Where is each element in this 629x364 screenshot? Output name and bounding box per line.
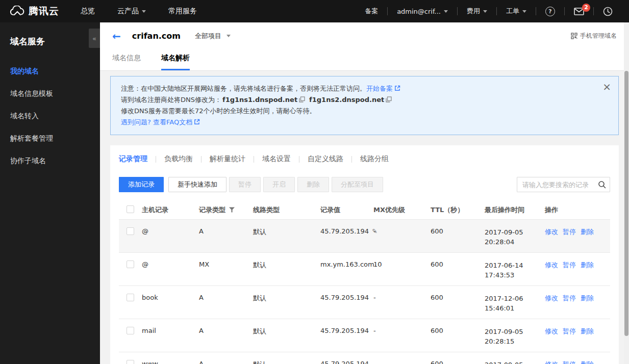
- record-type: A: [199, 294, 204, 301]
- record-panel: 记录管理 负载均衡 解析量统计 域名设置 自定义线路 线路分组 添加记录 新手快…: [110, 145, 619, 364]
- quick-add-button[interactable]: 新手快速添加: [168, 177, 227, 192]
- pause-record-link[interactable]: 暂停: [563, 327, 576, 336]
- tab-line-groups[interactable]: 线路分组: [360, 154, 389, 164]
- record-mx-priority: -: [373, 360, 431, 364]
- help-button[interactable]: ?: [536, 7, 564, 16]
- sidebar-item-domain-transfer-in[interactable]: 域名转入: [0, 107, 100, 126]
- chevron-down-icon: [483, 10, 487, 13]
- notice-line2: 请到域名注册商处将DNS修改为：f1g1ns1.dnspod.netf1g1ns…: [121, 94, 596, 106]
- delete-record-link[interactable]: 删除: [581, 327, 594, 336]
- modify-record-link[interactable]: 修改: [545, 227, 558, 237]
- record-search-input[interactable]: [517, 177, 610, 192]
- row-checkbox[interactable]: [127, 360, 134, 364]
- chevron-down-icon: [522, 10, 526, 13]
- messages-button[interactable]: 2: [565, 8, 593, 15]
- tencent-cloud-logo[interactable]: 腾讯云: [0, 5, 72, 18]
- record-type: A: [199, 327, 204, 334]
- record-value: 45.79.205.194: [320, 294, 369, 301]
- record-ttl: 600: [431, 360, 485, 364]
- modify-record-link[interactable]: 修改: [545, 360, 558, 364]
- record-mx-priority: -: [373, 294, 431, 301]
- record-search: [517, 177, 610, 192]
- select-all-checkbox[interactable]: [127, 205, 134, 213]
- modify-record-link[interactable]: 修改: [545, 294, 558, 303]
- row-checkbox[interactable]: [127, 327, 134, 334]
- delete-record-link[interactable]: 删除: [581, 261, 594, 270]
- record-updated-time: 2017-09-05 20:28:15: [485, 327, 545, 346]
- page-title: crifan.com: [132, 31, 181, 41]
- tab-custom-lines[interactable]: 自定义线路: [308, 154, 343, 164]
- external-link-icon[interactable]: [194, 119, 200, 125]
- project-filter-dropdown[interactable]: 全部项目: [195, 32, 231, 41]
- add-record-button[interactable]: 添加记录: [119, 177, 164, 192]
- nav-cloud-products[interactable]: 云产品: [117, 7, 146, 16]
- pause-record-link[interactable]: 暂停: [563, 261, 576, 270]
- faq-doc-link[interactable]: 查看FAQ文档: [153, 118, 192, 126]
- back-button[interactable]: ←: [112, 31, 121, 41]
- delete-button: 删除: [297, 177, 329, 192]
- divider: [156, 156, 156, 163]
- delete-record-link[interactable]: 删除: [581, 294, 594, 303]
- top-nav-right: 备案 admin@crif... 费用 工单 ? 2: [356, 7, 629, 16]
- sidebar-item-collaborative-subdomains[interactable]: 协作子域名: [0, 151, 100, 171]
- tab-load-balancing[interactable]: 负载均衡: [164, 154, 193, 164]
- row-checkbox[interactable]: [127, 294, 134, 301]
- cloud-logo-icon: [9, 6, 24, 17]
- pause-record-link[interactable]: 暂停: [563, 360, 576, 364]
- sidebar-title: 域名服务: [0, 22, 100, 47]
- sidebar-item-domain-info-template[interactable]: 域名信息模板: [0, 84, 100, 103]
- divider: [351, 156, 352, 163]
- sidebar-collapse-button[interactable]: «: [89, 29, 100, 48]
- copy-icon[interactable]: [299, 96, 305, 102]
- close-icon[interactable]: ×: [602, 82, 611, 92]
- record-host: mail: [142, 327, 199, 334]
- tab-resolution-statistics[interactable]: 解析量统计: [210, 154, 245, 164]
- sidebar-item-my-domains[interactable]: 我的域名: [0, 62, 100, 81]
- nav-billing[interactable]: 费用: [458, 7, 496, 16]
- domain-tab-bar: 域名信息 域名解析: [100, 49, 629, 71]
- modify-record-link[interactable]: 修改: [545, 327, 558, 336]
- divider: [254, 156, 254, 163]
- search-icon[interactable]: [598, 180, 606, 189]
- row-checkbox[interactable]: [127, 261, 134, 268]
- tab-domain-settings[interactable]: 域名设置: [262, 154, 291, 164]
- delete-record-link[interactable]: 删除: [581, 227, 594, 237]
- record-updated-time: 2017-12-06 15:46:01: [485, 294, 545, 313]
- tab-record-management[interactable]: 记录管理: [119, 154, 147, 164]
- nav-tickets[interactable]: 工单: [497, 7, 536, 16]
- table-row: @ MX 默认 mx.ym.163.com.✎ 10 600 2017-06-1…: [119, 252, 610, 285]
- nav-beian[interactable]: 备案: [356, 7, 387, 16]
- account-menu[interactable]: admin@crif...: [388, 8, 457, 15]
- external-link-icon[interactable]: [394, 85, 400, 91]
- col-header-host: 主机记录: [142, 205, 199, 215]
- pause-record-link[interactable]: 暂停: [563, 227, 576, 237]
- col-header-updated: 最后操作时间: [485, 205, 545, 215]
- assign-to-project-button: 分配至项目: [332, 177, 383, 192]
- filter-icon[interactable]: [229, 207, 235, 213]
- col-header-mx: MX优先级: [373, 205, 431, 215]
- chevron-down-icon: [444, 10, 448, 13]
- nav-overview[interactable]: 总览: [81, 7, 95, 16]
- modify-record-link[interactable]: 修改: [545, 261, 558, 270]
- history-button[interactable]: [594, 7, 622, 16]
- start-beian-link[interactable]: 开始备案: [366, 85, 393, 92]
- mobile-manage-link[interactable]: 手机管理域名: [571, 32, 617, 40]
- delete-record-link[interactable]: 删除: [581, 360, 594, 364]
- chevron-down-icon: [142, 10, 146, 13]
- record-line: 默认: [253, 227, 320, 237]
- record-value: mx.ym.163.com.: [320, 261, 376, 268]
- pause-record-link[interactable]: 暂停: [563, 294, 576, 303]
- sidebar-item-dns-plan-management[interactable]: 解析套餐管理: [0, 129, 100, 148]
- clock-icon: [603, 7, 613, 16]
- scrollbar-thumb[interactable]: [624, 71, 628, 336]
- copy-icon[interactable]: [386, 96, 392, 102]
- table-header-row: 主机记录 记录类型 线路类型 记录值 MX优先级 TTL（秒） 最后操作时间 操…: [119, 200, 610, 219]
- tab-domain-info[interactable]: 域名信息: [112, 54, 141, 70]
- row-checkbox[interactable]: [127, 227, 134, 235]
- tab-domain-resolution[interactable]: 域名解析: [161, 54, 190, 70]
- nav-common-services[interactable]: 常用服务: [168, 7, 197, 16]
- divider: [201, 156, 202, 163]
- col-header-ops: 操作: [545, 205, 610, 215]
- help-icon: ?: [545, 7, 555, 16]
- enable-button: 开启: [263, 177, 295, 192]
